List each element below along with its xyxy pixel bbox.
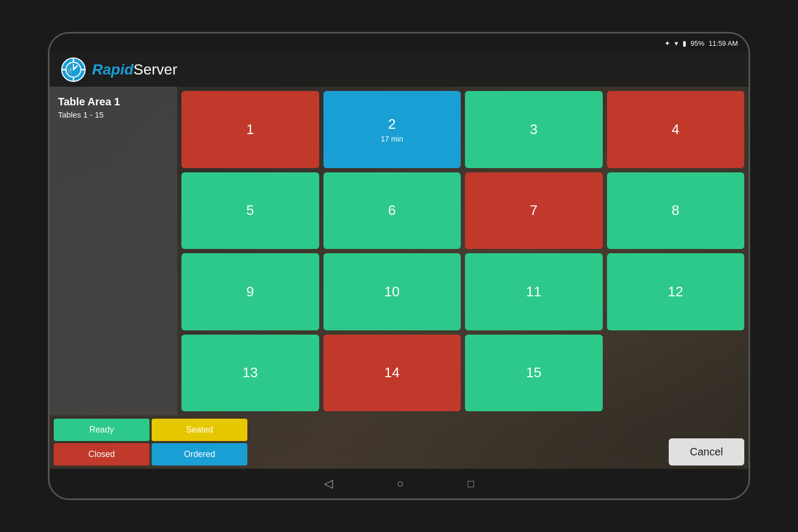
legend-group-2: Seated Ordered <box>152 419 247 466</box>
cancel-button-area: Cancel <box>669 438 744 466</box>
table-button-11[interactable]: 11 <box>465 253 603 330</box>
table-button-2[interactable]: 217 min <box>323 91 461 168</box>
legend-seated: Seated <box>152 419 247 441</box>
status-bar: ✦ ▾ ▮ 95% 11:59 AM <box>49 34 749 53</box>
table-number-8: 8 <box>672 202 679 219</box>
main-content: Table Area 1 Tables 1 - 15 1217 min34567… <box>49 87 749 469</box>
bottom-legend: Ready Closed Seated Ordered <box>49 415 749 469</box>
content-area: Table Area 1 Tables 1 - 15 1217 min34567… <box>49 87 749 415</box>
logo-rapid: Rapid <box>92 61 134 78</box>
legend-ordered: Ordered <box>152 443 247 466</box>
table-button-4[interactable]: 4 <box>607 91 745 168</box>
logo-text: RapidServer <box>92 61 177 78</box>
legend-group: Ready Closed <box>54 419 149 466</box>
table-button-10[interactable]: 10 <box>323 253 461 330</box>
table-button-14[interactable]: 14 <box>323 335 461 412</box>
table-number-6: 6 <box>388 202 396 219</box>
svg-text:🍴: 🍴 <box>66 67 73 74</box>
bottom-bar: Ready Closed Seated Ordered Cancel <box>49 415 749 469</box>
sidebar: Table Area 1 Tables 1 - 15 <box>49 87 177 415</box>
clock: 11:59 AM <box>709 39 738 47</box>
legend-ready: Ready <box>54 419 149 441</box>
table-number-2: 2 <box>388 116 396 132</box>
table-area-title: Table Area 1 <box>58 95 169 108</box>
cancel-button[interactable]: Cancel <box>669 438 744 466</box>
wifi-icon: ▾ <box>675 39 678 47</box>
battery-icon: ▮ <box>683 39 686 47</box>
battery-level: 95% <box>691 39 704 47</box>
table-number-5: 5 <box>246 202 254 219</box>
table-button-9[interactable]: 9 <box>181 253 319 330</box>
table-button-13[interactable]: 13 <box>181 335 319 412</box>
table-button-8[interactable]: 8 <box>607 172 745 250</box>
table-number-15: 15 <box>526 364 542 381</box>
back-button[interactable]: ◁ <box>324 477 333 491</box>
app-header: 🍴 RapidServer <box>49 53 749 87</box>
table-number-1: 1 <box>246 121 254 138</box>
table-button-1[interactable]: 1 <box>181 91 319 168</box>
table-number-7: 7 <box>530 202 537 219</box>
tables-grid: 1217 min3456789101112131415 <box>177 87 749 415</box>
recents-button[interactable]: □ <box>468 478 474 490</box>
device-frame: ✦ ▾ ▮ 95% 11:59 AM <box>48 32 750 500</box>
table-number-11: 11 <box>526 284 542 300</box>
table-number-14: 14 <box>384 364 400 381</box>
table-button-5[interactable]: 5 <box>181 172 319 250</box>
table-number-4: 4 <box>672 121 679 138</box>
nav-bar: ◁ ○ □ <box>49 469 749 498</box>
legend-closed: Closed <box>54 443 149 466</box>
table-number-10: 10 <box>384 284 400 300</box>
bluetooth-icon: ✦ <box>664 39 670 47</box>
table-number-13: 13 <box>243 364 258 381</box>
table-button-6[interactable]: 6 <box>323 172 461 250</box>
table-area-subtitle: Tables 1 - 15 <box>58 110 169 119</box>
logo-server: Server <box>134 61 177 78</box>
logo-icon: 🍴 <box>60 56 87 83</box>
table-button-12[interactable]: 12 <box>607 253 745 330</box>
table-time-2: 17 min <box>381 135 403 143</box>
table-button-15[interactable]: 15 <box>465 335 603 412</box>
table-number-12: 12 <box>668 284 683 300</box>
table-number-3: 3 <box>530 121 537 138</box>
logo-container: 🍴 RapidServer <box>60 56 177 83</box>
table-number-9: 9 <box>246 284 254 300</box>
app-container: 🍴 RapidServer Table Area 1 Tables 1 - 15… <box>49 53 749 469</box>
table-button-3[interactable]: 3 <box>465 91 603 168</box>
home-button[interactable]: ○ <box>397 477 404 491</box>
table-button-7[interactable]: 7 <box>465 172 603 250</box>
